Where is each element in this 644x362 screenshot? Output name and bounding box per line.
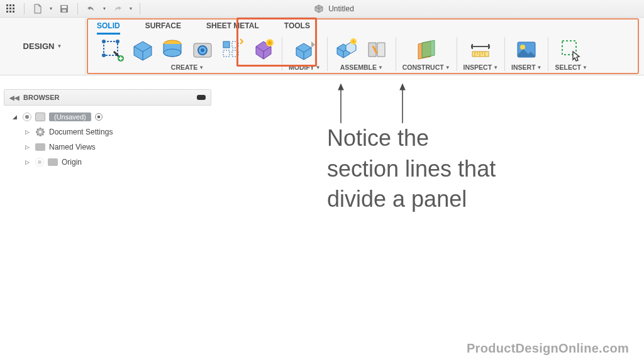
tab-sheetmetal[interactable]: SHEET METAL [206,21,259,35]
watermark: ProductDesignOnline.com [467,341,629,356]
panel-assemble: ASSEMBLE▼ [328,37,396,71]
panel-inspect-label[interactable]: INSPECT▼ [464,63,498,71]
svg-rect-7 [9,11,11,13]
svg-rect-11 [62,9,66,12]
create-box-icon[interactable] [130,37,155,62]
annotation-line: divide a panel [327,184,496,215]
panel-modify: MODIFY▼ [282,37,328,71]
workspace-label: DESIGN [23,41,55,51]
app-titlebar: ▾ ▾ ▾ Untitled [0,0,644,18]
panel-create: CREATE▼ [93,37,282,71]
create-form-icon[interactable] [250,37,275,62]
expand-icon[interactable]: ◢ [13,114,19,120]
undo-dropdown[interactable]: ▾ [103,6,106,11]
tree-item-namedviews[interactable]: ▷ Named Views [4,140,211,155]
save-icon[interactable] [58,3,70,14]
tab-solid[interactable]: SOLID [97,21,120,35]
svg-rect-26 [223,50,230,57]
workspace-switcher[interactable]: DESIGN ▼ [0,18,86,75]
browser-header[interactable]: ◀◀ BROWSER [4,89,211,106]
panel-select: SELECT▼ [548,37,593,71]
folder-icon [48,158,58,166]
panel-insert: INSERT▼ [505,37,548,71]
svg-point-32 [520,45,525,50]
svg-point-14 [116,40,119,43]
tree-item-label: Origin [62,158,82,167]
browser-panel: ◀◀ BROWSER ◢ (Unsaved) ▷ Document Settin… [4,89,211,173]
app-grid-icon[interactable] [5,3,16,14]
doc-title: Untitled [328,4,354,13]
panel-construct-label[interactable]: CONSTRUCT▼ [402,63,450,71]
panel-create-label[interactable]: CREATE▼ [171,63,204,71]
tree-item-label: Document Settings [49,128,113,136]
redo-dropdown[interactable]: ▾ [130,6,132,11]
panel-inspect: INSPECT▼ [457,37,505,71]
svg-rect-8 [13,11,14,13]
create-sketch-icon[interactable] [99,37,125,62]
folder-icon [35,143,45,151]
panel-select-label[interactable]: SELECT▼ [555,63,587,71]
root-label: (Unsaved) [49,112,91,121]
svg-rect-27 [232,50,238,57]
assemble-joint-icon[interactable] [364,37,389,62]
svg-point-35 [39,131,42,133]
panel-modify-label[interactable]: MODIFY▼ [289,63,321,71]
annotation-line: section lines that [327,154,496,185]
svg-rect-24 [223,41,230,48]
undo-icon[interactable] [86,3,97,14]
tree-item-origin[interactable]: ▷ Origin [4,155,211,170]
browser-title: BROWSER [23,94,59,101]
doc-cube-icon [313,3,325,14]
svg-point-23 [201,48,204,52]
browser-minimize-icon[interactable] [197,95,206,100]
construct-plane-icon[interactable] [414,37,439,62]
ribbon-tabs: SOLID SURFACE SHEET METAL TOOLS [86,18,644,35]
visibility-icon[interactable] [35,158,44,167]
gear-icon [35,127,45,137]
inspect-measure-icon[interactable] [468,37,493,62]
modify-presspull-icon[interactable] [292,37,317,62]
create-hole-icon[interactable] [190,37,215,62]
visibility-icon[interactable] [23,112,31,121]
assemble-newcomponent-icon[interactable] [334,37,359,62]
browser-collapse-icon[interactable]: ◀◀ [9,94,19,101]
svg-rect-25 [232,41,238,48]
tree-item-label: Named Views [49,143,96,151]
svg-rect-6 [6,11,8,13]
annotation-line: Notice the [327,123,496,154]
expand-icon[interactable]: ▷ [25,144,31,150]
svg-rect-4 [9,8,11,9]
select-window-icon[interactable] [558,37,584,62]
expand-icon[interactable]: ▷ [25,129,31,135]
new-file-icon[interactable] [32,3,43,14]
svg-rect-0 [6,4,8,6]
panel-assemble-label[interactable]: ASSEMBLE▼ [340,63,383,71]
svg-point-15 [102,53,106,57]
expand-icon[interactable]: ▷ [25,159,31,165]
create-pattern-icon[interactable] [220,37,245,62]
svg-rect-10 [62,6,67,8]
component-icon [35,112,45,121]
activate-radio-icon[interactable] [95,113,103,121]
panel-construct: CONSTRUCT▼ [396,37,457,71]
panel-insert-label[interactable]: INSERT▼ [511,63,541,71]
new-file-dropdown[interactable]: ▾ [50,6,52,11]
annotation-text: Notice the section lines that divide a p… [327,123,496,215]
chevron-down-icon: ▼ [57,43,62,49]
svg-rect-1 [9,4,11,6]
svg-rect-5 [13,8,14,9]
tree-root[interactable]: ◢ (Unsaved) [4,109,211,124]
tree-item-docsettings[interactable]: ▷ Document Settings [4,124,211,140]
annotation-arrows [327,80,428,124]
create-extrude-icon[interactable] [160,37,185,62]
insert-decal-icon[interactable] [514,37,539,62]
svg-rect-3 [6,8,8,9]
svg-rect-2 [13,4,14,6]
svg-rect-18 [120,57,121,60]
tab-surface[interactable]: SURFACE [145,21,181,35]
browser-tree: ◢ (Unsaved) ▷ Document Settings ▷ Named … [4,106,211,173]
svg-point-13 [102,40,106,43]
redo-icon[interactable] [112,3,123,14]
tab-tools[interactable]: TOOLS [284,21,310,35]
